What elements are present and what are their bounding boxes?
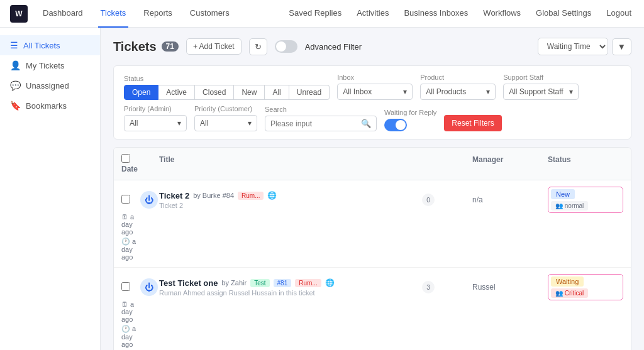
main-content: Tickets 71 + Add Ticket ↻ Advanced Filte…	[101, 28, 644, 350]
nav-workflows[interactable]: Workflows	[480, 0, 523, 28]
page-header: Tickets 71 + Add Ticket ↻ Advanced Filte…	[113, 38, 631, 55]
sort-direction-button[interactable]: ▼	[612, 38, 631, 55]
nav-dashboard[interactable]: Dashboard	[40, 0, 86, 28]
status-badge: New	[551, 189, 575, 199]
ticket-date-cell: 🗓 a day ago 🕐 a day ago	[121, 213, 140, 261]
tab-unread[interactable]: Unread	[289, 85, 330, 100]
tab-active[interactable]: Active	[158, 85, 195, 100]
priority-customer-filter-group: Priority (Customer) All ▾	[194, 105, 257, 131]
search-filter-label: Search	[265, 106, 377, 113]
status-filter-group: Status Open Active Closed New All Unread	[124, 75, 330, 100]
priority-badge: 👥 normal	[551, 201, 588, 211]
reset-filters-button[interactable]: Reset Filters	[444, 115, 501, 131]
ticket-status-cell: Waiting 👥 Critical	[548, 274, 623, 300]
sidebar-item-my-tickets[interactable]: 👤 My Tickets	[0, 55, 100, 75]
my-tickets-icon: 👤	[10, 60, 21, 70]
nav-activities[interactable]: Activities	[354, 0, 391, 28]
ticket-title: Test Ticket one	[159, 278, 218, 288]
globe-icon: 🌐	[325, 278, 335, 287]
ticket-date1: 🗓 a day ago	[121, 300, 140, 323]
ticket-manager: n/a	[472, 195, 548, 204]
ticket-date1: 🗓 a day ago	[121, 213, 140, 236]
ticket-tag: Test	[250, 279, 269, 287]
nav-global-settings[interactable]: Global Settings	[533, 0, 594, 28]
nav-logout[interactable]: Logout	[604, 0, 634, 28]
ticket-title: Ticket 2	[159, 191, 189, 200]
nav-saved-replies[interactable]: Saved Replies	[286, 0, 344, 28]
waiting-reply-filter-group: Waiting for Reply	[384, 109, 436, 131]
sidebar-item-all-tickets[interactable]: ☰ All Tickets	[0, 35, 100, 55]
priority-admin-label: Priority (Admin)	[124, 105, 187, 112]
all-tickets-icon: ☰	[10, 40, 18, 50]
inbox-select[interactable]: All Inbox ▾	[337, 84, 413, 100]
table-row[interactable]: ⏻ Test Ticket one by Zahir Test #81 Rum.…	[114, 268, 631, 350]
sidebar-item-unassigned[interactable]: 💬 Unassigned	[0, 75, 100, 96]
support-staff-select[interactable]: All Support Staff ▾	[503, 84, 579, 100]
title-column-header: Title	[159, 155, 422, 164]
nav-reports[interactable]: Reports	[141, 0, 175, 28]
status-filter-label: Status	[124, 75, 330, 82]
support-staff-filter-label: Support Staff	[503, 74, 579, 81]
status-badge: Waiting	[551, 276, 584, 287]
manager-column-header: Manager	[472, 155, 548, 164]
priority-customer-label: Priority (Customer)	[194, 105, 257, 112]
advanced-filter-label: Advanced Filter	[305, 42, 362, 52]
unassigned-icon: 💬	[10, 80, 21, 90]
waiting-reply-label: Waiting for Reply	[384, 109, 436, 116]
search-input-wrap: 🔍	[265, 116, 377, 131]
ticket-desc: Ticket 2	[159, 202, 422, 209]
logo-icon: W	[10, 5, 28, 23]
sort-select[interactable]: Waiting Time	[538, 38, 608, 55]
avatar: ⏻	[140, 278, 158, 296]
product-select[interactable]: All Products ▾	[420, 84, 496, 100]
ticket-title-wrap: Ticket 2 by Burke #84 Rum... 🌐 Ticket 2	[159, 191, 422, 209]
ticket-message-count: 0	[422, 194, 435, 206]
top-navigation: W Dashboard Tickets Reports Customers Sa…	[0, 0, 644, 28]
sidebar-item-label: All Tickets	[23, 41, 60, 50]
search-input[interactable]	[270, 119, 358, 128]
inbox-filter-group: Inbox All Inbox ▾	[337, 74, 413, 100]
main-layout: ☰ All Tickets 👤 My Tickets 💬 Unassigned …	[0, 28, 644, 350]
ticket-date-cell: 🗓 a day ago 🕐 a day ago	[121, 300, 140, 348]
sidebar: ☰ All Tickets 👤 My Tickets 💬 Unassigned …	[0, 28, 101, 350]
ticket-tag: Rum...	[295, 279, 321, 287]
select-all-checkbox[interactable]	[121, 154, 130, 163]
filters-section: Status Open Active Closed New All Unread…	[113, 65, 631, 139]
bookmarks-icon: 🔖	[10, 101, 21, 111]
nav-customers[interactable]: Customers	[187, 0, 232, 28]
ticket-manager: Russel	[472, 283, 548, 292]
nav-business-inboxes[interactable]: Business Inboxes	[401, 0, 470, 28]
row-checkbox[interactable]	[121, 195, 130, 204]
ticket-date2: 🕐 a day ago	[121, 325, 140, 348]
tab-open[interactable]: Open	[124, 85, 158, 100]
product-filter-label: Product	[420, 74, 496, 81]
inbox-filter-label: Inbox	[337, 74, 413, 81]
tab-closed[interactable]: Closed	[195, 85, 234, 100]
sidebar-item-bookmarks[interactable]: 🔖 Bookmarks	[0, 96, 100, 116]
ticket-by: by Burke #84	[193, 192, 234, 199]
ticket-by: by Zahir	[221, 279, 247, 287]
sidebar-item-label: Unassigned	[26, 81, 69, 90]
tab-all[interactable]: All	[265, 85, 289, 100]
page-title: Tickets 71	[113, 40, 179, 54]
priority-admin-select[interactable]: All ▾	[124, 115, 187, 131]
ticket-date2: 🕐 a day ago	[121, 238, 140, 261]
sidebar-item-label: Bookmarks	[26, 101, 67, 111]
row-checkbox[interactable]	[121, 282, 130, 291]
date-column-header: Date	[121, 165, 140, 173]
table-row[interactable]: ⏻ Ticket 2 by Burke #84 Rum... 🌐 Ticket …	[114, 180, 631, 268]
nav-tickets[interactable]: Tickets	[98, 0, 129, 28]
globe-icon: 🌐	[267, 191, 277, 200]
status-column-header: Status	[548, 155, 623, 164]
priority-customer-select[interactable]: All ▾	[194, 115, 257, 131]
advanced-filter-toggle[interactable]	[275, 40, 297, 53]
tickets-table: Title Manager Status Date ⏻ Ticket 2 by …	[113, 147, 631, 350]
add-ticket-button[interactable]: + Add Ticket	[186, 38, 242, 55]
refresh-button[interactable]: ↻	[249, 38, 267, 55]
product-filter-group: Product All Products ▾	[420, 74, 496, 100]
waiting-reply-toggle[interactable]	[384, 119, 407, 131]
tab-new[interactable]: New	[234, 85, 265, 100]
sidebar-item-label: My Tickets	[26, 61, 64, 70]
ticket-desc: Ruman Ahmed assign Russel Hussain in thi…	[159, 289, 422, 297]
ticket-tag: #81	[274, 279, 292, 287]
